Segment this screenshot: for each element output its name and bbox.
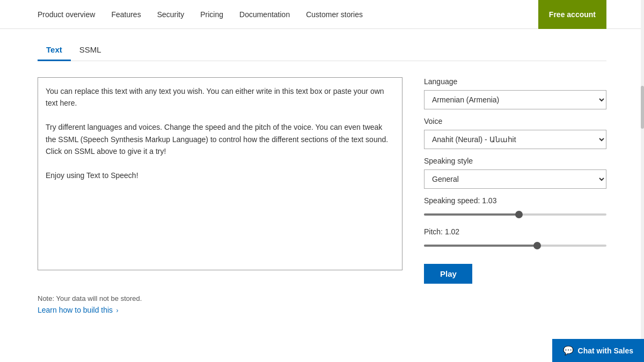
speaking-speed-group: Speaking speed: 1.03 bbox=[424, 196, 606, 220]
scrollbar-thumb[interactable] bbox=[641, 86, 644, 129]
scrollbar[interactable] bbox=[641, 0, 644, 336]
tab-text[interactable]: Text bbox=[38, 40, 71, 61]
play-button[interactable]: Play bbox=[424, 264, 472, 284]
speed-slider-fill bbox=[424, 213, 519, 216]
nav-security[interactable]: Security bbox=[157, 10, 185, 19]
free-account-button[interactable]: Free account bbox=[538, 0, 606, 29]
pitch-slider-container bbox=[424, 240, 606, 251]
voice-group: Voice Anahit (Neural) - Անահit bbox=[424, 117, 606, 149]
main-content: Text SSML Language Armenian (Armenia) En… bbox=[0, 29, 644, 336]
pitch-slider-thumb[interactable] bbox=[533, 242, 541, 249]
pitch-slider-track bbox=[424, 245, 606, 247]
speaking-style-select[interactable]: General Cheerful Sad bbox=[424, 169, 606, 189]
speaking-style-group: Speaking style General Cheerful Sad bbox=[424, 157, 606, 189]
nav-documentation[interactable]: Documentation bbox=[239, 10, 290, 19]
language-label: Language bbox=[424, 77, 606, 86]
voice-select[interactable]: Anahit (Neural) - Անահit bbox=[424, 130, 606, 149]
text-input[interactable] bbox=[38, 77, 402, 270]
voice-label: Voice bbox=[424, 117, 606, 125]
language-group: Language Armenian (Armenia) English (Uni… bbox=[424, 77, 606, 109]
note-section: Note: Your data will not be stored. Lear… bbox=[38, 294, 606, 314]
nav-features[interactable]: Features bbox=[111, 10, 141, 19]
tab-ssml[interactable]: SSML bbox=[71, 40, 110, 61]
language-select[interactable]: Armenian (Armenia) English (United State… bbox=[424, 90, 606, 109]
nav-customer-stories[interactable]: Customer stories bbox=[306, 10, 363, 19]
note-text: Note: Your data will not be stored. bbox=[38, 294, 606, 302]
controls-panel: Language Armenian (Armenia) English (Uni… bbox=[424, 77, 606, 284]
speed-slider-thumb[interactable] bbox=[515, 211, 523, 218]
speed-slider-track bbox=[424, 213, 606, 216]
pitch-slider-fill bbox=[424, 245, 537, 247]
demo-area: Language Armenian (Armenia) English (Uni… bbox=[38, 77, 606, 284]
nav-pricing[interactable]: Pricing bbox=[200, 10, 223, 19]
speaking-style-label: Speaking style bbox=[424, 157, 606, 165]
top-nav: Product overview Features Security Prici… bbox=[0, 0, 644, 29]
speaking-speed-slider-container bbox=[424, 209, 606, 220]
pitch-group: Pitch: 1.02 bbox=[424, 227, 606, 251]
nav-links: Product overview Features Security Prici… bbox=[38, 10, 538, 19]
pitch-label: Pitch: 1.02 bbox=[424, 227, 606, 236]
tabs: Text SSML bbox=[38, 40, 606, 61]
nav-product-overview[interactable]: Product overview bbox=[38, 10, 95, 19]
chevron-right-icon: › bbox=[114, 307, 118, 314]
speaking-speed-label: Speaking speed: 1.03 bbox=[424, 196, 606, 205]
learn-link[interactable]: Learn how to build this › bbox=[38, 306, 118, 314]
